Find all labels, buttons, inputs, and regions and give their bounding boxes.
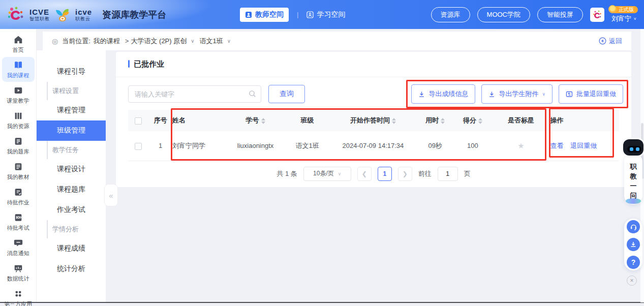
assistant-label-char: 职	[630, 162, 637, 171]
menu-item-class-management[interactable]: 班级管理	[37, 120, 106, 141]
batch-return-label: 批量退回重做	[576, 89, 616, 99]
query-button[interactable]: 查询	[268, 85, 305, 103]
ai-assistant-robot-icon[interactable]	[622, 137, 644, 158]
breadcrumb-class[interactable]: 语文1班	[200, 37, 223, 46]
help-button[interactable]: ?	[627, 256, 640, 269]
nav-teacher-space[interactable]: 教师空间	[240, 8, 289, 22]
section-title: 已批作业	[128, 59, 164, 69]
select-all-checkbox[interactable]	[135, 117, 142, 125]
download-icon	[418, 91, 425, 98]
menu-item-course-management[interactable]: 课程管理	[37, 100, 106, 120]
textbook-icon	[13, 162, 23, 172]
total-count: 共 1 条	[277, 169, 297, 178]
column-header-start-time: 开始作答时间	[329, 110, 417, 131]
breadcrumb-course[interactable]: 大学语文 (2P) 原创	[131, 37, 187, 46]
exam-icon	[13, 212, 23, 223]
nav-student-space[interactable]: 学习空间	[306, 10, 345, 19]
graded-homework-panel: 已批作业 查询 导出成绩信息 导出学生附件 ∨ 批量退回重做	[116, 52, 631, 187]
export-attachments-label: 导出学生附件	[499, 89, 538, 99]
prev-page-button[interactable]: ❮	[357, 167, 372, 181]
brand-primary-sub: 智慧职教	[29, 17, 50, 21]
goto-page-input[interactable]	[438, 167, 458, 181]
row-checkbox[interactable]	[135, 143, 142, 150]
search-input[interactable]	[128, 85, 261, 103]
brand-primary-name: ICVE	[29, 8, 50, 16]
sort-icon[interactable]	[478, 118, 482, 124]
back-label: 返回	[609, 37, 622, 46]
course-menu: 课程引导 课程设置 课程管理 班级管理 教学任务 课程设计 课程题库 作业考试 …	[37, 50, 106, 302]
menu-item-course-grades[interactable]: 课程成绩	[37, 238, 106, 259]
breadcrumb-label: 当前位置:	[62, 37, 90, 46]
page-size-select[interactable]: 10条/页 ∨	[303, 167, 351, 181]
rail-item-label: 我的教材	[7, 173, 29, 181]
rail-item-question-bank[interactable]: 我的题库	[2, 133, 35, 158]
close-widget-button[interactable]: ×	[627, 276, 637, 286]
chevron-down-icon: ∨	[542, 91, 545, 97]
cell-index: 1	[148, 131, 172, 161]
batch-return-icon	[566, 90, 573, 98]
column-header-duration: 用时	[417, 110, 454, 131]
column-header-actions: 操作	[550, 110, 619, 131]
breadcrumb-root[interactable]: 我的课程	[94, 37, 120, 46]
export-attachments-button[interactable]: 导出学生附件 ∨	[481, 84, 553, 104]
avatar[interactable]	[590, 8, 604, 22]
course-dropdown-caret-icon[interactable]: ∨	[191, 38, 194, 44]
customer-service-button[interactable]	[627, 220, 640, 233]
back-button[interactable]: 返回	[599, 37, 622, 46]
rail-item-label: 待批作业	[7, 199, 29, 206]
cell-score: 100	[454, 131, 492, 161]
export-toolbar: 导出成绩信息 导出学生附件 ∨ 批量退回重做	[411, 84, 623, 104]
menu-item-course-guide[interactable]: 课程引导	[37, 62, 106, 82]
page-unit-label: 页	[464, 169, 471, 178]
assistant-widget[interactable]: 职 教 一 问	[624, 152, 642, 204]
batch-return-button[interactable]: 批量退回重做	[559, 84, 623, 104]
return-redo-link[interactable]: 退回重做	[570, 142, 597, 149]
rail-item-my-resources[interactable]: 我的资源	[2, 108, 35, 133]
menu-item-course-question-bank[interactable]: 课程题库	[37, 179, 106, 200]
sort-icon[interactable]	[261, 118, 265, 124]
cell-duration: 09秒	[417, 131, 454, 161]
cell-class: 语文1班	[285, 131, 329, 161]
resource-library-button[interactable]: 资源库	[431, 7, 470, 22]
rail-item-pending-exams[interactable]: 待批考试	[2, 209, 35, 234]
cell-name: 刘宵宁同学	[172, 131, 226, 161]
rail-item-textbooks[interactable]: 我的教材	[2, 159, 35, 183]
page-button-1[interactable]: 1	[378, 167, 392, 181]
stats-icon	[13, 263, 23, 273]
close-icon: ×	[630, 277, 633, 284]
mooc-college-button[interactable]: MOOC学院	[477, 7, 530, 22]
sort-icon[interactable]	[392, 118, 396, 124]
next-page-button[interactable]: ❯	[398, 167, 412, 181]
sidebar-collapse-button[interactable]: «	[104, 184, 118, 206]
home-icon	[13, 35, 23, 45]
user-menu[interactable]: 正式版 刘宵宁 ∨	[611, 6, 638, 23]
menu-item-homework-exam[interactable]: 作业考试	[37, 200, 106, 220]
rail-item-label: 我的课程	[7, 72, 29, 79]
rail-item-label: 首页	[13, 46, 24, 54]
view-link[interactable]: 查看	[550, 142, 564, 149]
rail-item-pending-homework[interactable]: 待批作业	[2, 184, 35, 209]
page-size-value: 10条/页	[313, 169, 334, 178]
download-center-button[interactable]	[627, 238, 640, 251]
rail-item-messages[interactable]: 消息通知	[2, 235, 35, 260]
menu-item-course-design[interactable]: 课程设计	[37, 159, 106, 179]
smart-cast-button[interactable]: 智能投屏	[537, 7, 583, 22]
star-icon[interactable]: ★	[517, 141, 524, 150]
column-header-score: 得分	[454, 110, 492, 131]
rail-item-classroom[interactable]: 课堂教学	[2, 82, 35, 107]
export-scores-button[interactable]: 导出成绩信息	[411, 84, 475, 104]
rail-item-third-party-apps[interactable]: 第三方应用	[2, 286, 35, 306]
floating-toolbar: ?	[624, 219, 642, 270]
menu-item-statistical-analysis[interactable]: 统计分析	[37, 259, 106, 279]
rail-item-label: 消息通知	[7, 250, 29, 257]
rail-item-statistics[interactable]: 数据统计	[2, 260, 35, 285]
rail-item-home[interactable]: 首页	[2, 32, 35, 56]
breadcrumb: ◎ 当前位置: 我的课程 > 大学语文 (2P) 原创 ∨ 语文1班 ∨ 返回	[43, 32, 631, 50]
back-arrow-icon	[599, 37, 606, 45]
collapse-icon: «	[109, 191, 113, 200]
video-icon	[13, 85, 23, 96]
sort-icon[interactable]	[441, 118, 445, 124]
rail-item-my-courses[interactable]: 我的课程	[2, 57, 35, 82]
brand-secondary-name: icve	[75, 8, 92, 16]
class-dropdown-caret-icon[interactable]: ∨	[227, 38, 231, 44]
